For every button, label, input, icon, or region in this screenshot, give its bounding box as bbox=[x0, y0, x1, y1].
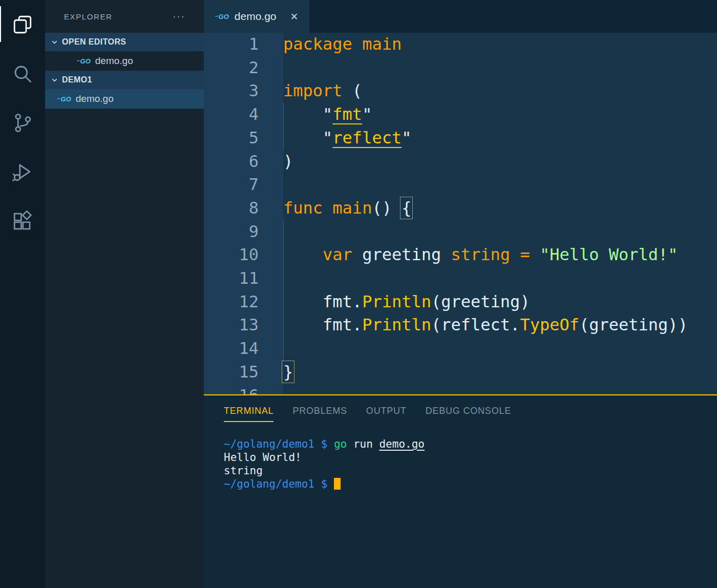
line-number: 6 bbox=[204, 150, 283, 174]
sidebar-header: EXPLORER ··· bbox=[45, 0, 204, 33]
more-actions-button[interactable]: ··· bbox=[173, 11, 185, 22]
activity-item-explorer[interactable] bbox=[0, 0, 45, 49]
activity-item-source-control[interactable] bbox=[0, 98, 45, 148]
code-line: 5 "reflect" bbox=[204, 127, 717, 150]
line-number: 7 bbox=[204, 173, 283, 197]
code-token: string bbox=[451, 245, 511, 264]
terminal[interactable]: ~/golang/demo1 $ go run demo.goHello Wor… bbox=[204, 429, 717, 491]
activity-item-extensions[interactable] bbox=[0, 197, 45, 246]
code-line: 2 bbox=[204, 56, 717, 80]
code-token: " bbox=[402, 128, 411, 148]
terminal-cursor bbox=[334, 478, 341, 490]
code-line: 14 bbox=[204, 337, 717, 361]
code-token: fmt. bbox=[283, 292, 362, 311]
code-token: ~/golang/demo1 $ bbox=[224, 438, 334, 450]
code-token: { bbox=[402, 198, 411, 218]
tab-bar-filler bbox=[309, 0, 717, 33]
sidebar-explorer: EXPLORER ··· OPEN EDITORS GO demo.go DEM… bbox=[45, 0, 204, 588]
code-token bbox=[323, 198, 332, 218]
tab-bar: GO demo.go ✕ bbox=[204, 0, 717, 33]
code-lines: 1package main23import (4 "fmt"5 "reflect… bbox=[204, 33, 717, 394]
code-line: 9 bbox=[204, 220, 717, 244]
code-line: 7 bbox=[204, 173, 717, 197]
tab-debug-console[interactable]: DEBUG CONSOLE bbox=[426, 406, 511, 421]
line-number: 14 bbox=[204, 337, 283, 361]
section-label: DEMO1 bbox=[62, 75, 92, 85]
line-number: 2 bbox=[204, 56, 283, 80]
chevron-down-icon bbox=[51, 76, 58, 84]
go-icon: GO bbox=[215, 13, 229, 20]
code-token: Println bbox=[362, 292, 431, 311]
code-token: "Hello World!" bbox=[540, 245, 678, 264]
tab-output[interactable]: OUTPUT bbox=[366, 406, 407, 421]
tab-close-icon[interactable]: ✕ bbox=[290, 11, 299, 23]
code-line: 16 bbox=[204, 384, 717, 394]
code-token: () bbox=[372, 198, 402, 218]
code-editor[interactable]: 1package main23import (4 "fmt"5 "reflect… bbox=[204, 33, 717, 394]
source-control-icon bbox=[12, 112, 33, 134]
code-token: " bbox=[283, 104, 332, 124]
code-token: reflect bbox=[332, 128, 402, 148]
activity-bar bbox=[0, 0, 45, 588]
code-token bbox=[530, 245, 540, 264]
code-token: Hello World! bbox=[224, 451, 302, 464]
indent-guide bbox=[283, 220, 284, 361]
open-editor-item-demo-go[interactable]: GO demo.go bbox=[45, 51, 204, 71]
tab-problems[interactable]: PROBLEMS bbox=[292, 406, 347, 421]
section-demo1[interactable]: DEMO1 bbox=[45, 71, 204, 89]
code-token: ( bbox=[343, 81, 363, 100]
code-token: import bbox=[283, 81, 343, 100]
editor-group: GO demo.go ✕ 1package main23import (4 "f… bbox=[204, 0, 717, 588]
tree-item-demo-go-selected[interactable]: GO demo.go bbox=[45, 89, 204, 109]
code-token: Println bbox=[362, 315, 431, 334]
code-token: " bbox=[283, 128, 332, 148]
code-token bbox=[283, 245, 323, 264]
code-token bbox=[510, 245, 520, 264]
code-token: package main bbox=[283, 34, 402, 54]
code-token: (greeting)) bbox=[579, 315, 688, 334]
section-open-editors[interactable]: OPEN EDITORS bbox=[45, 33, 204, 51]
code-token: (reflect. bbox=[431, 315, 520, 334]
code-token: ) bbox=[283, 152, 293, 171]
files-icon bbox=[12, 14, 33, 35]
tab-terminal[interactable]: TERMINAL bbox=[224, 406, 273, 422]
code-token: (greeting) bbox=[431, 292, 530, 311]
activity-item-run-debug[interactable] bbox=[0, 148, 45, 197]
editor-tab-demo-go[interactable]: GO demo.go ✕ bbox=[204, 0, 309, 33]
tab-label: demo.go bbox=[235, 10, 277, 23]
code-token: run bbox=[347, 438, 379, 450]
code-token: main bbox=[332, 198, 372, 218]
code-line: 4 "fmt" bbox=[204, 103, 717, 127]
code-line: 10 var greeting string = "Hello World!" bbox=[204, 243, 717, 267]
code-token: demo.go bbox=[379, 438, 425, 450]
code-token: string bbox=[224, 465, 263, 477]
code-line: 13 fmt.Println(reflect.TypeOf(greeting)) bbox=[204, 313, 717, 337]
search-icon bbox=[12, 63, 33, 85]
code-line: 6) bbox=[204, 150, 717, 174]
tree-item-label: demo.go bbox=[76, 93, 114, 104]
terminal-line: Hello World! bbox=[224, 451, 717, 464]
indent-guide bbox=[283, 103, 284, 150]
code-token: func bbox=[283, 198, 323, 218]
terminal-lines: ~/golang/demo1 $ go run demo.goHello Wor… bbox=[224, 437, 717, 491]
line-number: 15 bbox=[204, 361, 283, 384]
code-line: 1package main bbox=[204, 33, 717, 56]
line-number: 12 bbox=[204, 290, 283, 314]
activity-item-search[interactable] bbox=[0, 49, 45, 98]
section-label: OPEN EDITORS bbox=[62, 37, 126, 47]
bottom-panel: TERMINAL PROBLEMS OUTPUT DEBUG CONSOLE ~… bbox=[204, 394, 717, 588]
go-icon: GO bbox=[57, 95, 71, 103]
vscode-window: EXPLORER ··· OPEN EDITORS GO demo.go DEM… bbox=[0, 0, 717, 588]
code-token: var bbox=[323, 245, 352, 264]
code-token: fmt. bbox=[283, 315, 362, 334]
code-line: 15} bbox=[204, 361, 717, 384]
terminal-line: string bbox=[224, 464, 717, 477]
code-line: 11 bbox=[204, 267, 717, 290]
explorer-title: EXPLORER bbox=[64, 12, 113, 21]
tree-item-label: demo.go bbox=[95, 55, 133, 67]
go-icon: GO bbox=[77, 57, 91, 65]
code-token: go bbox=[334, 438, 347, 450]
line-number: 3 bbox=[204, 79, 283, 103]
line-number: 8 bbox=[204, 197, 283, 220]
panel-tabs: TERMINAL PROBLEMS OUTPUT DEBUG CONSOLE bbox=[204, 395, 717, 429]
